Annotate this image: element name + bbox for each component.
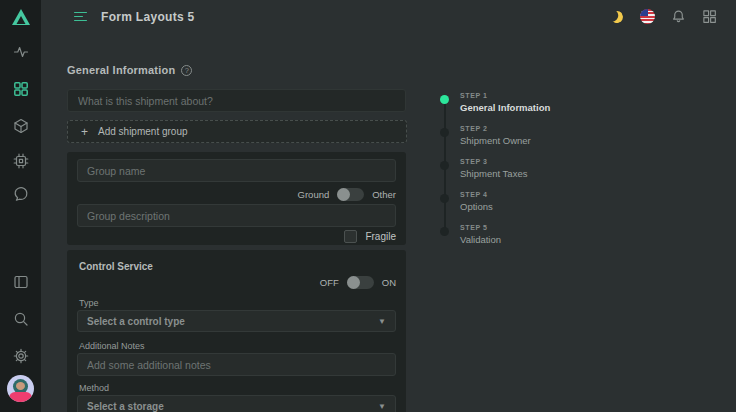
add-group-label: Add shipment group xyxy=(98,126,188,137)
toggle-left-label: Ground xyxy=(298,189,330,200)
cube-icon[interactable] xyxy=(12,117,29,134)
section-title: General Information xyxy=(67,64,175,76)
add-shipment-group-button[interactable]: + Add shipment group xyxy=(67,120,407,143)
logo-triangle-icon xyxy=(11,8,31,26)
chevron-down-icon: ▼ xyxy=(378,402,386,411)
step-dot xyxy=(440,95,449,104)
step-title: Options xyxy=(460,201,493,212)
sidebar-toggle-icon[interactable] xyxy=(12,273,29,290)
menu-hamburger-icon[interactable] xyxy=(72,9,89,25)
header-actions xyxy=(608,8,718,25)
storage-method-select[interactable]: Select a storage ▼ xyxy=(77,395,396,412)
off-on-switch[interactable] xyxy=(347,276,374,289)
step-2-shipment-owner[interactable]: STEP 2 Shipment Owner xyxy=(440,121,531,146)
theme-moon-icon[interactable] xyxy=(608,8,625,25)
type-label: Type xyxy=(79,298,99,308)
shipment-group-card: Ground Other Fragile xyxy=(67,152,406,245)
step-label: STEP 3 xyxy=(460,158,527,165)
chat-icon[interactable] xyxy=(12,185,29,202)
avatar-face xyxy=(16,382,25,390)
step-dot xyxy=(440,227,449,236)
apps-grid-icon[interactable] xyxy=(701,8,718,25)
shipment-about-input[interactable] xyxy=(67,89,406,112)
switch-knob xyxy=(347,276,360,289)
control-type-value: Select a control type xyxy=(87,316,185,327)
step-title: Validation xyxy=(460,234,501,245)
app-logo[interactable] xyxy=(0,0,41,34)
step-3-shipment-taxes[interactable]: STEP 3 Shipment Taxes xyxy=(440,154,527,179)
switch-knob xyxy=(337,188,350,201)
step-4-options[interactable]: STEP 4 Options xyxy=(440,187,493,212)
avatar-shirt xyxy=(9,392,32,402)
language-flag-icon[interactable] xyxy=(639,8,656,25)
notes-label: Additional Notes xyxy=(79,341,145,351)
section-heading: General Information ? xyxy=(67,64,192,76)
fragile-checkbox[interactable] xyxy=(344,230,357,243)
help-icon[interactable]: ? xyxy=(181,65,192,76)
group-description-input[interactable] xyxy=(77,204,396,227)
storage-method-value: Select a storage xyxy=(87,401,164,412)
notifications-bell-icon[interactable] xyxy=(670,8,687,25)
step-label: STEP 1 xyxy=(460,92,550,99)
step-dot xyxy=(440,161,449,170)
step-dot xyxy=(440,194,449,203)
fragile-label: Fragile xyxy=(365,231,396,242)
user-avatar[interactable] xyxy=(7,375,34,402)
step-label: STEP 2 xyxy=(460,125,531,132)
chevron-down-icon: ▼ xyxy=(378,317,386,326)
top-header: Form Layouts 5 xyxy=(41,0,736,33)
wizard-stepper: STEP 1 General Information STEP 2 Shipme… xyxy=(440,88,680,258)
control-service-title: Control Service xyxy=(79,261,153,272)
step-dot xyxy=(440,128,449,137)
step-title: General Information xyxy=(460,102,550,113)
activity-icon[interactable] xyxy=(12,43,29,60)
control-service-card: Control Service OFF ON Type Select a con… xyxy=(67,250,406,412)
settings-gear-icon[interactable] xyxy=(12,347,29,364)
step-5-validation[interactable]: STEP 5 Validation xyxy=(440,220,501,245)
layouts-grid-icon[interactable] xyxy=(12,80,29,97)
fragile-check-row: Fragile xyxy=(344,230,396,243)
toggle-right-label: Other xyxy=(372,189,396,200)
additional-notes-input[interactable] xyxy=(77,353,396,376)
sidebar xyxy=(0,0,41,412)
step-title: Shipment Taxes xyxy=(460,168,527,179)
on-label: ON xyxy=(382,277,396,288)
group-name-input[interactable] xyxy=(77,159,396,182)
ground-other-toggle-row: Ground Other xyxy=(298,188,396,201)
cpu-icon[interactable] xyxy=(12,152,29,169)
off-label: OFF xyxy=(320,277,339,288)
page-title: Form Layouts 5 xyxy=(101,10,195,24)
plus-icon: + xyxy=(81,126,88,138)
step-1-general-information[interactable]: STEP 1 General Information xyxy=(440,88,550,113)
step-label: STEP 4 xyxy=(460,191,493,198)
main-content: General Information ? + Add shipment gro… xyxy=(41,33,736,412)
off-on-toggle-row: OFF ON xyxy=(320,276,396,289)
step-title: Shipment Owner xyxy=(460,135,531,146)
method-label: Method xyxy=(79,383,109,393)
step-label: STEP 5 xyxy=(460,224,501,231)
search-icon[interactable] xyxy=(12,310,29,327)
ground-other-switch[interactable] xyxy=(337,188,364,201)
control-type-select[interactable]: Select a control type ▼ xyxy=(77,310,396,332)
